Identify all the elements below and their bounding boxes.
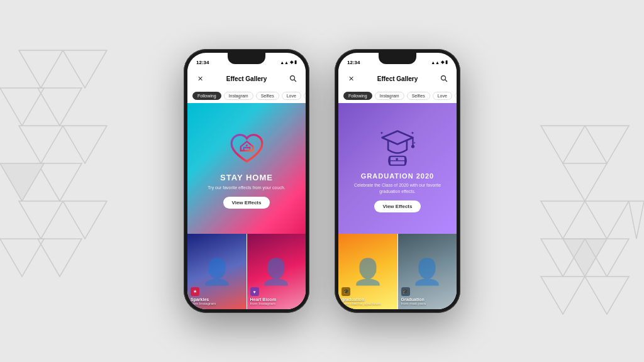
phone-1-view-effects-btn[interactable]: View Effects — [223, 197, 270, 209]
phone-2-view-effects-btn[interactable]: View Effects — [374, 200, 421, 212]
phone-1-thumb-2-badge: ♥ — [250, 287, 259, 296]
phone-1-tab-love[interactable]: Love — [282, 92, 301, 100]
phone-1-close-icon[interactable]: ✕ — [194, 72, 206, 85]
phone-2-thumb-2-from: from matt.yava — [401, 302, 426, 305]
svg-marker-1 — [19, 50, 63, 88]
phone-2-thumb-1[interactable]: 👤 🎓 graduation from cheche_syachrum — [338, 234, 397, 309]
battery-icon: ▮ — [294, 60, 297, 65]
svg-line-25 — [294, 80, 296, 82]
svg-marker-22 — [585, 277, 629, 314]
svg-marker-14 — [585, 126, 629, 163]
phone-2-thumb-2[interactable]: 👤 🎓 Graduation from matt.yava — [398, 234, 457, 309]
phone-1-nav-title: Effect Gallery — [206, 75, 287, 82]
svg-marker-5 — [0, 88, 44, 126]
phone-1: 12:34 ▲▲ ◈ ▮ ✕ Effect Gallery Following … — [184, 49, 309, 313]
phone-2-status-icons: ▲▲ ◈ ▮ — [431, 60, 448, 65]
svg-marker-13 — [541, 126, 585, 163]
svg-text:✦: ✦ — [411, 130, 414, 134]
phone-2-thumb-2-badge: 🎓 — [401, 287, 410, 296]
phone-2-tab-instagram[interactable]: Instagram — [375, 92, 404, 100]
svg-marker-23 — [629, 201, 644, 239]
phone-2-filter-tabs: Following Instagram Selfies Love Color — [338, 88, 457, 103]
phone-1-thumb-1-from: from Instagram — [191, 302, 216, 305]
phone-2-tab-following[interactable]: Following — [343, 92, 372, 100]
phones-container: 12:34 ▲▲ ◈ ▮ ✕ Effect Gallery Following … — [184, 49, 460, 313]
svg-marker-15 — [563, 163, 607, 201]
phone-1-thumb-row: 👤 ★ Sparkles from Instagram 👤 ♥ — [187, 234, 306, 309]
svg-marker-7 — [38, 163, 82, 201]
phone-2-search-icon[interactable] — [438, 72, 450, 85]
phone-1-notch — [228, 53, 265, 64]
phone-2-nav-title: Effect Gallery — [357, 75, 438, 82]
phone-1-tab-selfies[interactable]: Selfies — [256, 92, 279, 100]
phone-1-thumb-2-from: from Instagram — [250, 302, 277, 305]
svg-marker-2 — [38, 88, 82, 126]
svg-marker-12 — [0, 239, 44, 277]
phone-1-tab-instagram[interactable]: Instagram — [224, 92, 253, 100]
phone-1-hero-icon — [226, 128, 267, 169]
phone-1-thumb-2[interactable]: 👤 ♥ Heart Bloom from Instagram — [247, 234, 306, 309]
svg-marker-32 — [382, 131, 413, 144]
svg-point-34 — [411, 145, 414, 148]
phone-1-time: 12:34 — [196, 60, 209, 65]
phone-2-thumb-2-name: Graduation — [401, 297, 426, 302]
phone-1-thumb-1-name: Sparkles — [191, 297, 216, 302]
svg-marker-9 — [19, 201, 63, 239]
phone-1-nav-bar: ✕ Effect Gallery — [187, 69, 306, 88]
signal-icon: ▲▲ — [431, 60, 440, 65]
phone-1-status-icons: ▲▲ ◈ ▮ — [280, 60, 297, 65]
svg-marker-4 — [19, 126, 63, 163]
svg-marker-10 — [63, 201, 107, 239]
svg-line-28 — [445, 80, 447, 82]
phone-2-hero-banner: ✦ ✦ ✦ GRADUATION 2020 C — [338, 103, 457, 234]
svg-marker-11 — [38, 239, 82, 277]
battery-icon: ▮ — [445, 60, 448, 65]
phone-1-thumb-1[interactable]: 👤 ★ Sparkles from Instagram — [187, 234, 247, 309]
wifi-icon: ◈ — [290, 60, 293, 65]
phone-2-thumb-row: 👤 🎓 graduation from cheche_syachrum 👤 — [338, 234, 457, 309]
phone-1-tab-color[interactable]: Color — [304, 92, 306, 100]
phone-1-thumb-2-name: Heart Bloom — [250, 297, 277, 302]
phone-2-screen: 12:34 ▲▲ ◈ ▮ ✕ Effect Gallery Following … — [338, 53, 457, 309]
phone-1-hero-subtitle: Try our favorite effects from your couch… — [208, 185, 285, 191]
phone-1-tab-following[interactable]: Following — [192, 92, 221, 100]
svg-marker-19 — [541, 239, 585, 277]
phone-1-thumb-1-badge: ★ — [191, 287, 199, 296]
phone-2: 12:34 ▲▲ ◈ ▮ ✕ Effect Gallery Following … — [335, 49, 460, 313]
phone-1-filter-tabs: Following Instagram Selfies Love Color — [187, 88, 306, 103]
svg-marker-16 — [541, 201, 585, 239]
svg-marker-3 — [63, 50, 107, 88]
phone-2-notch — [379, 53, 416, 64]
phone-2-thumb-1-badge: 🎓 — [341, 287, 350, 296]
signal-icon: ▲▲ — [280, 60, 289, 65]
phone-1-hero-title: STAY HOME — [220, 173, 273, 182]
phone-2-tab-selfies[interactable]: Selfies — [407, 92, 430, 100]
svg-marker-6 — [63, 126, 107, 163]
svg-point-26 — [245, 145, 247, 146]
phone-1-search-icon[interactable] — [287, 72, 299, 85]
svg-marker-8 — [0, 163, 44, 201]
phone-2-thumb-1-name: graduation — [341, 297, 380, 302]
phone-2-thumb-1-from: from cheche_syachrum — [341, 302, 380, 305]
phone-2-hero-icon: ✦ ✦ ✦ — [375, 124, 419, 168]
phone-1-hero-banner: STAY HOME Try our favorite effects from … — [187, 103, 306, 234]
phone-2-close-icon[interactable]: ✕ — [345, 72, 357, 85]
wifi-icon: ◈ — [441, 60, 444, 65]
svg-marker-20 — [585, 239, 629, 277]
phone-2-hero-title: GRADUATION 2020 — [361, 172, 434, 180]
phone-2-nav-bar: ✕ Effect Gallery — [338, 69, 457, 88]
phone-1-screen: 12:34 ▲▲ ◈ ▮ ✕ Effect Gallery Following … — [187, 53, 306, 309]
phone-2-hero-subtitle: Celebrate the Class of 2020 with our fav… — [345, 182, 450, 195]
svg-marker-17 — [585, 201, 629, 239]
svg-text:✦: ✦ — [380, 130, 384, 134]
phone-2-time: 12:34 — [347, 60, 360, 65]
phone-2-tab-love[interactable]: Love — [433, 92, 452, 100]
phone-2-tab-color[interactable]: Color — [455, 92, 457, 100]
svg-marker-18 — [563, 239, 607, 277]
svg-marker-21 — [541, 277, 585, 314]
